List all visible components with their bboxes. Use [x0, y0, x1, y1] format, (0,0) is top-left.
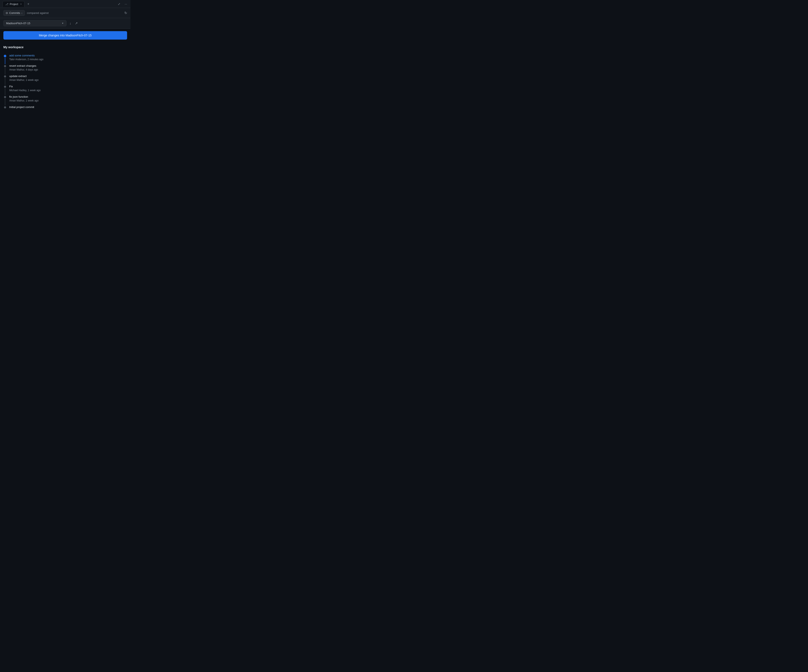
sort-icon: ↕	[21, 12, 23, 14]
new-tab-button[interactable]: +	[26, 2, 30, 6]
tab-close-btn[interactable]: ×	[20, 3, 22, 5]
commit-content: revert extract changes Aman Mathur, 4 da…	[9, 64, 127, 75]
commit-author: Aman Mathur, 4 days ago	[9, 68, 127, 71]
chevron-down-icon: ▼	[62, 22, 64, 24]
branch-name: MadisonFitch-07-15	[6, 22, 30, 25]
commits-button[interactable]: ⊙ Commits ↕	[3, 10, 25, 16]
commit-timeline	[3, 75, 7, 85]
commit-dot	[4, 75, 6, 77]
commit-list: add some comments Talor Anderson, 2 minu…	[0, 54, 130, 113]
commit-dot	[4, 106, 6, 109]
commit-message: add some comments	[9, 54, 127, 57]
download-branch-button[interactable]: ↓	[68, 21, 72, 26]
commits-icon: ⊙	[6, 12, 8, 15]
branch-icon: ⎇	[5, 3, 8, 6]
commits-label: Commits	[9, 12, 20, 15]
commit-line	[5, 78, 5, 85]
commit-item[interactable]: Fix Michael Hadley, 1 week ago	[3, 85, 127, 95]
commit-item[interactable]: Initial project commit	[3, 105, 127, 113]
commit-message: update extract	[9, 75, 127, 78]
commit-content: update extract Aman Mathur, 1 week ago	[9, 75, 127, 85]
tab-bar-left: ⎇ Project × +	[3, 1, 30, 7]
commit-author: Aman Mathur, 1 week ago	[9, 79, 127, 82]
commit-line	[5, 58, 5, 64]
commit-content: Initial project commit	[9, 105, 127, 113]
commit-line	[5, 99, 5, 105]
project-tab[interactable]: ⎇ Project ×	[3, 1, 24, 7]
expand-button[interactable]: ⤢	[117, 2, 121, 7]
commit-item[interactable]: add some comments Talor Anderson, 2 minu…	[3, 54, 127, 64]
branch-row: MadisonFitch-07-15 ▼ ↓ ↗	[0, 18, 130, 28]
merge-button[interactable]: Merge changes into MadisonFitch-07-15	[3, 31, 127, 40]
workspace-title: My workspace	[3, 45, 127, 49]
workspace-section: My workspace	[0, 42, 130, 54]
commit-dot	[4, 55, 6, 57]
commit-timeline	[3, 95, 7, 105]
commit-message: Fix	[9, 85, 127, 88]
compared-against-label: compared against	[27, 12, 48, 15]
commit-author: Talor Anderson, 2 minutes ago	[9, 58, 127, 61]
commit-content: Fix Michael Hadley, 1 week ago	[9, 85, 127, 95]
commit-content: fix json function Aman Mathur, 1 week ag…	[9, 95, 127, 105]
commit-item[interactable]: fix json function Aman Mathur, 1 week ag…	[3, 95, 127, 105]
commit-item[interactable]: update extract Aman Mathur, 1 week ago	[3, 75, 127, 85]
commit-message: fix json function	[9, 95, 127, 98]
commit-author: Michael Hadley, 1 week ago	[9, 89, 127, 92]
commit-timeline	[3, 54, 7, 64]
commit-dot	[4, 96, 6, 98]
commit-dot	[4, 65, 6, 67]
commit-author: Aman Mathur, 1 week ago	[9, 99, 127, 102]
commit-item[interactable]: revert extract changes Aman Mathur, 4 da…	[3, 64, 127, 75]
tab-bar: ⎇ Project × + ⤢ ···	[0, 0, 130, 8]
commit-message: Initial project commit	[9, 105, 127, 109]
tab-bar-right: ⤢ ···	[117, 2, 128, 7]
branch-selector[interactable]: MadisonFitch-07-15 ▼	[3, 20, 67, 26]
commits-header: ⊙ Commits ↕ compared against ↻	[0, 8, 130, 18]
commit-content: add some comments Talor Anderson, 2 minu…	[9, 54, 127, 64]
more-options-button[interactable]: ···	[124, 2, 128, 7]
refresh-button[interactable]: ↻	[124, 11, 127, 15]
commit-dot	[4, 86, 6, 88]
commit-line	[5, 88, 5, 95]
commit-message: revert extract changes	[9, 64, 127, 67]
commit-timeline	[3, 105, 7, 113]
commit-line	[5, 68, 5, 75]
open-external-button[interactable]: ↗	[74, 20, 78, 26]
commit-timeline	[3, 85, 7, 95]
header-left: ⊙ Commits ↕ compared against	[3, 10, 48, 16]
commit-timeline	[3, 64, 7, 75]
tab-label: Project	[10, 3, 18, 6]
